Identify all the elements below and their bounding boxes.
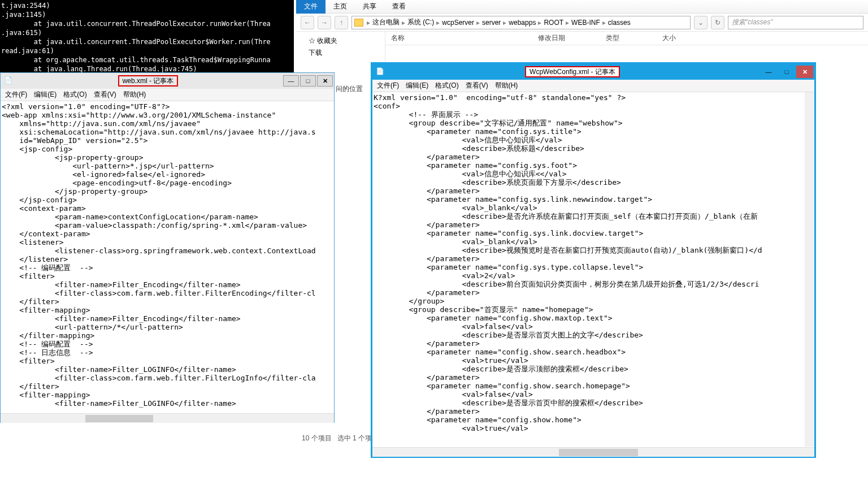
np2-vscroll[interactable] bbox=[805, 92, 814, 447]
refresh-button[interactable]: ↻ bbox=[711, 16, 724, 29]
np1-hscroll[interactable] bbox=[1, 413, 334, 423]
maximize-button[interactable]: □ bbox=[778, 66, 795, 78]
np1-titlebar[interactable]: 📄 web.xml - 记事本 — □ ✕ bbox=[1, 73, 334, 89]
notepad-wcpwebconfig: 📄 WcpWebConfig.xml - 记事本 — □ ✕ 文件(F) 编辑(… bbox=[371, 62, 816, 458]
explorer-nav: ← → ↑ ▸ 这台电脑▸ 系统 (C:)▸ wcpServer▸ server… bbox=[296, 14, 868, 32]
bc-server[interactable]: server bbox=[481, 19, 502, 27]
np2-title: WcpWebConfig.xml - 记事本 bbox=[525, 66, 620, 77]
ribbon-tab-view[interactable]: 查看 bbox=[384, 0, 414, 14]
notepad-webxml: 📄 web.xml - 记事本 — □ ✕ 文件(F) 编辑(E) 格式(O) … bbox=[0, 72, 335, 423]
breadcrumb[interactable]: ▸ 这台电脑▸ 系统 (C:)▸ wcpServer▸ server▸ weba… bbox=[351, 16, 691, 29]
explorer-list: 名称 修改日期 类型 大小 bbox=[385, 32, 868, 66]
search-input[interactable]: 搜索"classes" bbox=[728, 16, 863, 29]
ribbon-tab-file[interactable]: 文件 bbox=[296, 0, 326, 14]
col-size[interactable]: 大小 bbox=[657, 33, 702, 43]
close-button[interactable]: ✕ bbox=[317, 75, 333, 86]
menu-view[interactable]: 查看(V) bbox=[466, 81, 488, 90]
explorer-ribbon: 文件 主页 共享 查看 bbox=[296, 0, 868, 14]
ribbon-tab-share[interactable]: 共享 bbox=[355, 0, 384, 14]
np2-content[interactable]: K?xml version="1.0" encoding="utf-8" sta… bbox=[372, 92, 814, 447]
bc-webapps[interactable]: webapps bbox=[507, 19, 537, 27]
col-date[interactable]: 修改日期 bbox=[532, 33, 600, 43]
sidebar-favorites[interactable]: ☆ 收藏夹 bbox=[300, 35, 381, 47]
close-button[interactable]: ✕ bbox=[796, 66, 813, 78]
menu-format[interactable]: 格式(O) bbox=[63, 90, 86, 99]
bc-computer[interactable]: 这台电脑 bbox=[371, 18, 401, 27]
np1-content[interactable]: <?xml version="1.0" encoding="UTF-8"?> <… bbox=[1, 101, 334, 413]
np1-menubar: 文件(F) 编辑(E) 格式(O) 查看(V) 帮助(H) bbox=[1, 89, 334, 101]
np2-titlebar[interactable]: 📄 WcpWebConfig.xml - 记事本 — □ ✕ bbox=[372, 64, 814, 80]
menu-edit[interactable]: 编辑(E) bbox=[406, 81, 428, 90]
menu-edit[interactable]: 编辑(E) bbox=[34, 90, 57, 99]
np2-menubar: 文件(F) 编辑(E) 格式(O) 查看(V) 帮助(H) bbox=[372, 80, 814, 92]
sidebar-downloads[interactable]: 下载 bbox=[300, 47, 381, 59]
location-text: 问的位置 bbox=[336, 84, 363, 94]
np2-hscroll[interactable] bbox=[372, 447, 814, 457]
menu-help[interactable]: 帮助(H) bbox=[123, 90, 146, 99]
back-button[interactable]: ← bbox=[301, 16, 314, 29]
ribbon-tab-home[interactable]: 主页 bbox=[326, 0, 355, 14]
col-type[interactable]: 类型 bbox=[600, 33, 657, 43]
forward-button[interactable]: → bbox=[318, 16, 331, 29]
folder-icon bbox=[354, 19, 363, 27]
up-button[interactable]: ↑ bbox=[335, 16, 348, 29]
minimize-button[interactable]: — bbox=[760, 66, 777, 78]
dropdown-button[interactable]: ⌄ bbox=[694, 16, 708, 29]
menu-file[interactable]: 文件(F) bbox=[5, 90, 27, 99]
notepad-icon: 📄 bbox=[376, 67, 385, 76]
menu-file[interactable]: 文件(F) bbox=[377, 81, 399, 90]
bc-classes[interactable]: classes bbox=[607, 19, 632, 27]
bc-drive[interactable]: 系统 (C:) bbox=[406, 18, 435, 27]
explorer-sidebar: ☆ 收藏夹 下载 bbox=[296, 32, 385, 66]
menu-help[interactable]: 帮助(H) bbox=[495, 81, 518, 90]
bc-root[interactable]: ROOT bbox=[542, 19, 565, 27]
menu-view[interactable]: 查看(V) bbox=[94, 90, 116, 99]
minimize-button[interactable]: — bbox=[283, 75, 299, 86]
explorer-status: 10 个项目 选中 1 个项 bbox=[296, 431, 377, 445]
notepad-icon: 📄 bbox=[4, 76, 13, 85]
np1-title: web.xml - 记事本 bbox=[118, 75, 179, 86]
maximize-button[interactable]: □ bbox=[300, 75, 316, 86]
bc-webinf[interactable]: WEB-INF bbox=[570, 19, 601, 27]
menu-format[interactable]: 格式(O) bbox=[435, 81, 458, 90]
col-name[interactable]: 名称 bbox=[385, 33, 532, 43]
console-output: t.java:2544) .java:1145) at java.util.co… bbox=[0, 0, 294, 72]
bc-wcpserver[interactable]: wcpServer bbox=[441, 19, 475, 27]
